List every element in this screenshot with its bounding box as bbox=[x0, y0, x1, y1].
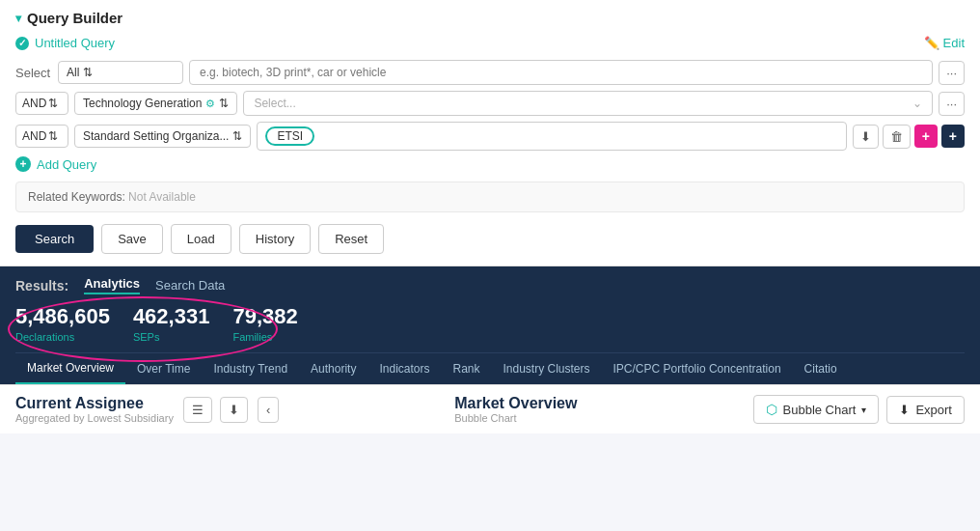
query-row-1: Select All ⇅ ··· bbox=[15, 60, 965, 85]
subnav-indicators[interactable]: Indicators bbox=[368, 354, 441, 383]
current-assignee-subtitle: Aggregated by Lowest Subsidiary bbox=[15, 412, 174, 424]
subnav-ipc-cpc[interactable]: IPC/CPC Portfolio Concentration bbox=[602, 354, 793, 383]
technology-generation-value[interactable]: Select... ⌄ bbox=[243, 91, 933, 116]
stat-declarations: 5,486,605 Declarations bbox=[15, 304, 110, 343]
seps-label: SEPs bbox=[133, 331, 210, 343]
market-overview-subtitle: Bubble Chart bbox=[454, 412, 577, 424]
field-settings-icon: ⚙ bbox=[205, 98, 215, 110]
current-assignee-info: Current Assignee Aggregated by Lowest Su… bbox=[15, 395, 174, 424]
delete-button[interactable]: 🗑 bbox=[883, 125, 911, 149]
untitled-query-row: ✓ Untitled Query ✏️ Edit bbox=[15, 36, 965, 50]
bottom-left-controls: ☰ ⬇ bbox=[183, 397, 248, 423]
export-label: Export bbox=[915, 403, 952, 417]
subnav-industry-clusters[interactable]: Industry Clusters bbox=[492, 354, 602, 383]
etsi-tag: ETSI bbox=[265, 126, 314, 146]
save-button[interactable]: Save bbox=[101, 224, 163, 254]
bubble-chart-icon: ⬡ bbox=[766, 402, 777, 417]
edit-button[interactable]: ✏️ Edit bbox=[924, 36, 965, 50]
back-icon[interactable]: ‹ bbox=[258, 397, 279, 423]
families-label: Families bbox=[232, 331, 297, 343]
market-overview-info: Market Overview Bubble Chart bbox=[454, 395, 577, 424]
and-operator-2[interactable]: AND ⇅ bbox=[15, 125, 68, 148]
results-section: Results: Analytics Search Data 5,486,605… bbox=[0, 266, 980, 384]
query-builder-title: Query Builder bbox=[27, 10, 122, 26]
families-number: 79,382 bbox=[232, 304, 297, 329]
row2-more-button[interactable]: ··· bbox=[939, 92, 965, 116]
query-row-3: AND ⇅ Standard Setting Organiza... ⇅ ETS… bbox=[15, 122, 965, 151]
technology-generation-field[interactable]: Technology Generation ⚙ ⇅ bbox=[74, 92, 237, 115]
related-keywords-value: Not Available bbox=[128, 190, 196, 204]
bottom-left-area: Current Assignee Aggregated by Lowest Su… bbox=[15, 395, 279, 424]
export-button[interactable]: ⬇ Export bbox=[886, 396, 965, 424]
untitled-query-text: Untitled Query bbox=[35, 36, 115, 50]
bubble-chart-arrow: ▾ bbox=[861, 405, 866, 415]
related-keywords: Related Keywords: Not Available bbox=[15, 182, 965, 212]
subnav-market-overview[interactable]: Market Overview bbox=[15, 353, 125, 384]
search-button[interactable]: Search bbox=[15, 225, 94, 253]
untitled-query-label: ✓ Untitled Query bbox=[15, 36, 115, 50]
query-builder-header: ▾ Query Builder bbox=[15, 10, 965, 26]
select-all-dropdown[interactable]: All ⇅ bbox=[58, 61, 183, 84]
action-buttons: Search Save Load History Reset bbox=[15, 224, 965, 254]
declarations-number: 5,486,605 bbox=[15, 304, 110, 329]
stat-seps: 462,331 SEPs bbox=[133, 304, 210, 343]
chevron-icon[interactable]: ▾ bbox=[15, 12, 21, 25]
dropdown-arrow-icon: ⇅ bbox=[83, 66, 93, 79]
sub-navigation: Market Overview Over Time Industry Trend… bbox=[15, 352, 965, 384]
untitled-query-icon: ✓ bbox=[15, 37, 29, 50]
add-query-row[interactable]: + Add Query bbox=[15, 156, 965, 172]
keyword-input[interactable] bbox=[189, 60, 933, 85]
export-icon: ⬇ bbox=[899, 403, 910, 417]
operator-arrow-icon: ⇅ bbox=[48, 97, 58, 110]
stats-row: 5,486,605 Declarations 462,331 SEPs 79,3… bbox=[15, 304, 965, 343]
pink-plus-button[interactable]: + bbox=[914, 125, 938, 148]
subnav-authority[interactable]: Authority bbox=[299, 354, 368, 383]
filter-icon[interactable]: ☰ bbox=[183, 397, 212, 423]
history-button[interactable]: History bbox=[239, 224, 311, 254]
add-query-label: Add Query bbox=[37, 157, 96, 172]
subnav-rank[interactable]: Rank bbox=[441, 354, 491, 383]
bottom-right-controls: ⬡ Bubble Chart ▾ ⬇ Export bbox=[753, 395, 965, 424]
subnav-citatio[interactable]: Citatio bbox=[793, 354, 849, 383]
seps-number: 462,331 bbox=[133, 304, 210, 329]
value-arrow-icon: ⌄ bbox=[912, 97, 922, 110]
tag-container[interactable]: ETSI bbox=[257, 122, 846, 151]
bubble-chart-label: Bubble Chart bbox=[783, 403, 857, 417]
related-keywords-label: Related Keywords: bbox=[28, 190, 125, 204]
bubble-chart-button[interactable]: ⬡ Bubble Chart ▾ bbox=[753, 395, 880, 424]
edit-icon: ✏️ bbox=[924, 36, 939, 50]
field-arrow-icon: ⇅ bbox=[219, 97, 229, 110]
and-operator-1[interactable]: AND ⇅ bbox=[15, 92, 68, 115]
standard-field-arrow-icon: ⇅ bbox=[232, 129, 242, 143]
download-icon[interactable]: ⬇ bbox=[220, 397, 248, 423]
subnav-over-time[interactable]: Over Time bbox=[125, 354, 202, 383]
results-label: Results: bbox=[15, 278, 68, 293]
standard-setting-field[interactable]: Standard Setting Organiza... ⇅ bbox=[74, 125, 251, 148]
results-header: Results: Analytics Search Data bbox=[15, 276, 965, 294]
declarations-label: Declarations bbox=[15, 331, 110, 343]
download-button[interactable]: ⬇ bbox=[853, 125, 879, 149]
add-query-icon: + bbox=[15, 156, 31, 172]
stat-families: 79,382 Families bbox=[232, 304, 297, 343]
edit-label: Edit bbox=[943, 36, 965, 50]
load-button[interactable]: Load bbox=[171, 224, 231, 254]
row3-actions: ⬇ 🗑 + + bbox=[853, 125, 965, 149]
reset-button[interactable]: Reset bbox=[318, 224, 384, 254]
operator2-arrow-icon: ⇅ bbox=[48, 129, 58, 143]
query-row-2: AND ⇅ Technology Generation ⚙ ⇅ Select..… bbox=[15, 91, 965, 116]
subnav-industry-trend[interactable]: Industry Trend bbox=[202, 354, 299, 383]
tab-search-data[interactable]: Search Data bbox=[155, 278, 225, 293]
teal-plus-button[interactable]: + bbox=[941, 125, 965, 148]
current-assignee-title: Current Assignee bbox=[15, 395, 174, 412]
select-label: Select bbox=[15, 66, 52, 80]
tab-analytics[interactable]: Analytics bbox=[84, 276, 140, 294]
row1-more-button[interactable]: ··· bbox=[939, 61, 965, 85]
bottom-bar: Current Assignee Aggregated by Lowest Su… bbox=[0, 384, 980, 433]
market-overview-title: Market Overview bbox=[454, 395, 577, 412]
